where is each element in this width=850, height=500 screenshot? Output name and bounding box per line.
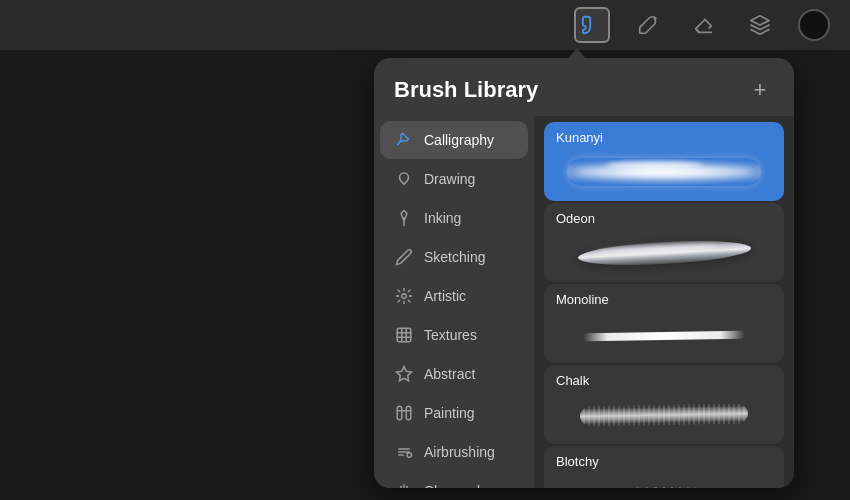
panel-header: Brush Library + — [374, 58, 794, 116]
brush-library-panel: Brush Library + Calligraphy — [374, 58, 794, 488]
sidebar-item-charcoals-label: Charcoals — [424, 483, 487, 488]
charcoals-icon — [394, 481, 414, 488]
inking-icon — [394, 208, 414, 228]
brush-tool-button[interactable] — [574, 7, 610, 43]
svg-marker-0 — [751, 16, 769, 25]
brush-preview-blotchy — [544, 473, 784, 488]
sidebar-item-calligraphy[interactable]: Calligraphy — [380, 121, 528, 159]
brush-preview-chalk — [544, 392, 784, 444]
abstract-icon — [394, 364, 414, 384]
toolbar — [0, 0, 850, 50]
chalk-stroke — [580, 404, 749, 427]
svg-point-8 — [407, 453, 412, 458]
svg-marker-7 — [397, 367, 412, 381]
sidebar-item-drawing-label: Drawing — [424, 171, 475, 187]
sidebar-item-painting[interactable]: Painting — [380, 394, 528, 432]
brush-item-monoline[interactable]: Monoline — [544, 284, 784, 363]
sidebar-item-sketching-label: Sketching — [424, 249, 485, 265]
sidebar-item-textures-label: Textures — [424, 327, 477, 343]
brush-item-chalk[interactable]: Chalk — [544, 365, 784, 444]
sidebar-item-artistic-label: Artistic — [424, 288, 466, 304]
sidebar-item-sketching[interactable]: Sketching — [380, 238, 528, 276]
brush-list: Kunanyi Odeon Monoline — [534, 116, 794, 488]
sidebar-item-abstract-label: Abstract — [424, 366, 475, 382]
brush-name-monoline: Monoline — [544, 284, 784, 311]
eraser-tool-button[interactable] — [686, 7, 722, 43]
brush-preview-odeon — [544, 230, 784, 282]
sidebar-item-charcoals[interactable]: Charcoals — [380, 472, 528, 488]
layers-tool-button[interactable] — [742, 7, 778, 43]
artistic-icon — [394, 286, 414, 306]
textures-icon — [394, 325, 414, 345]
svg-rect-2 — [397, 328, 411, 342]
sidebar-item-airbrushing-label: Airbrushing — [424, 444, 495, 460]
sidebar-item-airbrushing[interactable]: Airbrushing — [380, 433, 528, 471]
add-brush-button[interactable]: + — [746, 76, 774, 104]
calligraphy-icon — [394, 130, 414, 150]
sketching-icon — [394, 247, 414, 267]
monoline-stroke — [583, 331, 745, 342]
sidebar-item-inking-label: Inking — [424, 210, 461, 226]
brush-item-kunanyi[interactable]: Kunanyi — [544, 122, 784, 201]
smudge-tool-button[interactable] — [630, 7, 666, 43]
brush-name-odeon: Odeon — [544, 203, 784, 230]
panel-body: Calligraphy Drawing Inking — [374, 116, 794, 488]
brush-preview-monoline — [544, 311, 784, 363]
panel-caret — [567, 48, 587, 60]
brush-item-blotchy[interactable]: Blotchy — [544, 446, 784, 488]
svg-point-1 — [402, 294, 407, 299]
brush-item-odeon[interactable]: Odeon — [544, 203, 784, 282]
sidebar-item-inking[interactable]: Inking — [380, 199, 528, 237]
panel-title: Brush Library — [394, 77, 538, 103]
airbrushing-icon — [394, 442, 414, 462]
sidebar-item-calligraphy-label: Calligraphy — [424, 132, 494, 148]
brush-name-chalk: Chalk — [544, 365, 784, 392]
sidebar-item-abstract[interactable]: Abstract — [380, 355, 528, 393]
sidebar-item-drawing[interactable]: Drawing — [380, 160, 528, 198]
brush-name-blotchy: Blotchy — [544, 446, 784, 473]
brush-name-kunanyi: Kunanyi — [544, 122, 784, 149]
sidebar-item-artistic[interactable]: Artistic — [380, 277, 528, 315]
category-list: Calligraphy Drawing Inking — [374, 116, 534, 488]
kunanyi-stroke — [567, 158, 761, 186]
brush-preview-kunanyi — [544, 149, 784, 201]
sidebar-item-painting-label: Painting — [424, 405, 475, 421]
drawing-icon — [394, 169, 414, 189]
sidebar-item-textures[interactable]: Textures — [380, 316, 528, 354]
painting-icon — [394, 403, 414, 423]
odeon-stroke — [576, 237, 751, 268]
blotchy-stroke — [577, 485, 752, 488]
user-avatar[interactable] — [798, 9, 830, 41]
